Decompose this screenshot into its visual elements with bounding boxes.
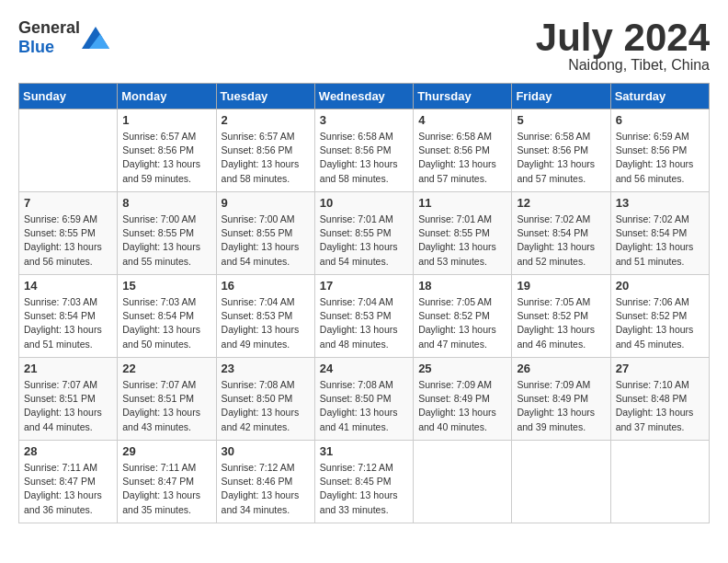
cell-info: Sunrise: 7:03 AMSunset: 8:54 PMDaylight:… — [122, 295, 210, 351]
cell-info: Sunrise: 6:58 AMSunset: 8:56 PMDaylight:… — [517, 130, 605, 186]
cell-info: Sunrise: 7:05 AMSunset: 8:52 PMDaylight:… — [517, 295, 605, 351]
calendar-cell: 21Sunrise: 7:07 AMSunset: 8:51 PMDayligh… — [19, 358, 118, 441]
cell-info: Sunrise: 7:01 AMSunset: 8:55 PMDaylight:… — [418, 213, 506, 269]
logo-blue: Blue — [18, 38, 54, 56]
cell-info: Sunrise: 7:02 AMSunset: 8:54 PMDaylight:… — [616, 213, 704, 269]
day-number: 11 — [418, 196, 506, 210]
calendar-cell: 4Sunrise: 6:58 AMSunset: 8:56 PMDaylight… — [414, 109, 512, 192]
week-row-2: 7Sunrise: 6:59 AMSunset: 8:55 PMDaylight… — [19, 192, 710, 275]
cell-info: Sunrise: 7:09 AMSunset: 8:49 PMDaylight:… — [517, 378, 605, 434]
cell-info: Sunrise: 6:58 AMSunset: 8:56 PMDaylight:… — [320, 130, 408, 186]
calendar-cell — [610, 441, 709, 523]
day-number: 31 — [320, 444, 408, 458]
day-number: 10 — [320, 196, 408, 210]
day-number: 8 — [122, 196, 210, 210]
cell-info: Sunrise: 7:04 AMSunset: 8:53 PMDaylight:… — [320, 295, 408, 351]
day-number: 5 — [517, 113, 605, 127]
cell-info: Sunrise: 7:12 AMSunset: 8:46 PMDaylight:… — [222, 461, 310, 517]
calendar-cell — [414, 441, 512, 523]
header-sunday: Sunday — [19, 84, 118, 109]
calendar-cell: 8Sunrise: 7:00 AMSunset: 8:55 PMDaylight… — [118, 192, 216, 275]
day-number: 13 — [616, 196, 704, 210]
day-number: 22 — [122, 362, 210, 375]
cell-info: Sunrise: 7:03 AMSunset: 8:54 PMDaylight:… — [24, 295, 112, 351]
day-number: 29 — [122, 444, 210, 458]
week-row-5: 28Sunrise: 7:11 AMSunset: 8:47 PMDayligh… — [19, 441, 710, 523]
calendar-cell: 28Sunrise: 7:11 AMSunset: 8:47 PMDayligh… — [19, 441, 118, 523]
calendar-cell: 14Sunrise: 7:03 AMSunset: 8:54 PMDayligh… — [19, 275, 118, 358]
page-header: General Blue July 2024 Naidong, Tibet, C… — [18, 18, 710, 74]
logo: General Blue — [18, 18, 109, 57]
day-number: 26 — [517, 362, 605, 375]
cell-info: Sunrise: 7:04 AMSunset: 8:53 PMDaylight:… — [222, 295, 310, 351]
calendar-cell: 18Sunrise: 7:05 AMSunset: 8:52 PMDayligh… — [414, 275, 512, 358]
cell-info: Sunrise: 7:05 AMSunset: 8:52 PMDaylight:… — [418, 295, 506, 351]
cell-info: Sunrise: 7:08 AMSunset: 8:50 PMDaylight:… — [320, 378, 408, 434]
calendar-cell: 11Sunrise: 7:01 AMSunset: 8:55 PMDayligh… — [414, 192, 512, 275]
day-number: 24 — [320, 362, 408, 375]
calendar-cell: 3Sunrise: 6:58 AMSunset: 8:56 PMDaylight… — [314, 109, 413, 192]
cell-info: Sunrise: 6:59 AMSunset: 8:56 PMDaylight:… — [616, 130, 704, 186]
cell-info: Sunrise: 7:00 AMSunset: 8:55 PMDaylight:… — [222, 213, 310, 269]
cell-info: Sunrise: 7:06 AMSunset: 8:52 PMDaylight:… — [616, 295, 704, 351]
calendar-cell: 5Sunrise: 6:58 AMSunset: 8:56 PMDaylight… — [512, 109, 610, 192]
header-saturday: Saturday — [610, 84, 709, 109]
calendar-header-row: SundayMondayTuesdayWednesdayThursdayFrid… — [19, 84, 710, 109]
header-tuesday: Tuesday — [216, 84, 314, 109]
calendar-cell — [19, 109, 118, 192]
day-number: 19 — [517, 279, 605, 293]
day-number: 3 — [320, 113, 408, 127]
week-row-4: 21Sunrise: 7:07 AMSunset: 8:51 PMDayligh… — [19, 358, 710, 441]
calendar-cell: 12Sunrise: 7:02 AMSunset: 8:54 PMDayligh… — [512, 192, 610, 275]
calendar-cell: 27Sunrise: 7:10 AMSunset: 8:48 PMDayligh… — [610, 358, 709, 441]
calendar-cell: 22Sunrise: 7:07 AMSunset: 8:51 PMDayligh… — [118, 358, 216, 441]
month-title: July 2024 — [536, 18, 710, 57]
day-number: 16 — [222, 279, 310, 293]
calendar-cell: 29Sunrise: 7:11 AMSunset: 8:47 PMDayligh… — [118, 441, 216, 523]
cell-info: Sunrise: 7:11 AMSunset: 8:47 PMDaylight:… — [24, 461, 112, 517]
calendar-cell: 31Sunrise: 7:12 AMSunset: 8:45 PMDayligh… — [314, 441, 413, 523]
day-number: 9 — [222, 196, 310, 210]
calendar-cell — [512, 441, 610, 523]
day-number: 2 — [222, 113, 310, 127]
header-thursday: Thursday — [414, 84, 512, 109]
header-monday: Monday — [118, 84, 216, 109]
calendar-cell: 26Sunrise: 7:09 AMSunset: 8:49 PMDayligh… — [512, 358, 610, 441]
cell-info: Sunrise: 7:09 AMSunset: 8:49 PMDaylight:… — [418, 378, 506, 434]
week-row-1: 1Sunrise: 6:57 AMSunset: 8:56 PMDaylight… — [19, 109, 710, 192]
day-number: 14 — [24, 279, 112, 293]
calendar-cell: 2Sunrise: 6:57 AMSunset: 8:56 PMDaylight… — [216, 109, 314, 192]
calendar-cell: 16Sunrise: 7:04 AMSunset: 8:53 PMDayligh… — [216, 275, 314, 358]
day-number: 30 — [222, 444, 310, 458]
day-number: 12 — [517, 196, 605, 210]
calendar-cell: 23Sunrise: 7:08 AMSunset: 8:50 PMDayligh… — [216, 358, 314, 441]
calendar-cell: 30Sunrise: 7:12 AMSunset: 8:46 PMDayligh… — [216, 441, 314, 523]
title-block: July 2024 Naidong, Tibet, China — [536, 18, 710, 74]
cell-info: Sunrise: 6:59 AMSunset: 8:55 PMDaylight:… — [24, 213, 112, 269]
calendar-cell: 6Sunrise: 6:59 AMSunset: 8:56 PMDaylight… — [610, 109, 709, 192]
day-number: 6 — [616, 113, 704, 127]
cell-info: Sunrise: 6:58 AMSunset: 8:56 PMDaylight:… — [418, 130, 506, 186]
logo-text: General Blue — [18, 18, 80, 57]
calendar-table: SundayMondayTuesdayWednesdayThursdayFrid… — [18, 83, 710, 523]
cell-info: Sunrise: 7:10 AMSunset: 8:48 PMDaylight:… — [616, 378, 704, 434]
day-number: 15 — [122, 279, 210, 293]
calendar-cell: 15Sunrise: 7:03 AMSunset: 8:54 PMDayligh… — [118, 275, 216, 358]
calendar-cell: 25Sunrise: 7:09 AMSunset: 8:49 PMDayligh… — [414, 358, 512, 441]
calendar-cell: 1Sunrise: 6:57 AMSunset: 8:56 PMDaylight… — [118, 109, 216, 192]
cell-info: Sunrise: 7:11 AMSunset: 8:47 PMDaylight:… — [122, 461, 210, 517]
logo-icon — [82, 27, 109, 49]
cell-info: Sunrise: 7:00 AMSunset: 8:55 PMDaylight:… — [122, 213, 210, 269]
calendar-cell: 9Sunrise: 7:00 AMSunset: 8:55 PMDaylight… — [216, 192, 314, 275]
calendar-cell: 13Sunrise: 7:02 AMSunset: 8:54 PMDayligh… — [610, 192, 709, 275]
day-number: 20 — [616, 279, 704, 293]
cell-info: Sunrise: 7:01 AMSunset: 8:55 PMDaylight:… — [320, 213, 408, 269]
calendar-cell: 7Sunrise: 6:59 AMSunset: 8:55 PMDaylight… — [19, 192, 118, 275]
header-friday: Friday — [512, 84, 610, 109]
week-row-3: 14Sunrise: 7:03 AMSunset: 8:54 PMDayligh… — [19, 275, 710, 358]
day-number: 28 — [24, 444, 112, 458]
day-number: 17 — [320, 279, 408, 293]
calendar-cell: 20Sunrise: 7:06 AMSunset: 8:52 PMDayligh… — [610, 275, 709, 358]
cell-info: Sunrise: 6:57 AMSunset: 8:56 PMDaylight:… — [122, 130, 210, 186]
day-number: 27 — [616, 362, 704, 375]
